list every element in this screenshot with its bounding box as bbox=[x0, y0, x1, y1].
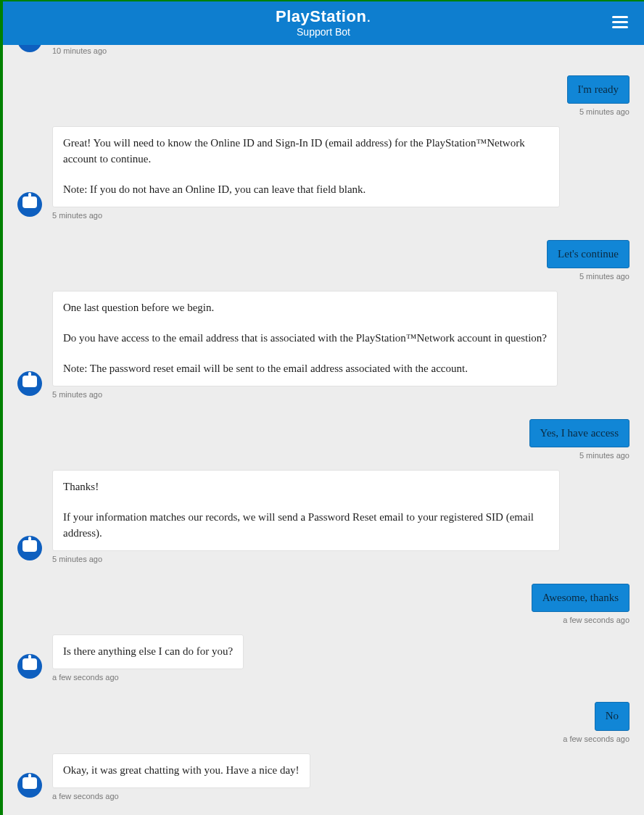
bot-message-text: Do you have access to the email address … bbox=[63, 331, 547, 347]
message-timestamp: 10 minutes ago bbox=[52, 46, 507, 55]
message-timestamp: 5 minutes ago bbox=[52, 390, 558, 399]
bot-message-text: If your information matches our records,… bbox=[63, 510, 549, 542]
bot-message-row: Hi, I'm PlayStation support bot. I can h… bbox=[17, 45, 629, 55]
user-message-row: Yes, I have access5 minutes ago bbox=[17, 419, 629, 460]
user-reply-button[interactable]: Let's continue bbox=[547, 240, 629, 269]
bot-message-row: Great! You will need to know the Online … bbox=[17, 126, 629, 219]
header-subtitle: Support Bot bbox=[276, 27, 371, 38]
chat-app: PlayStation. Support Bot Hi, I'm PlaySta… bbox=[3, 1, 644, 815]
bot-message-row: Okay, it was great chatting with you. Ha… bbox=[17, 753, 629, 800]
bot-avatar-icon bbox=[17, 654, 42, 679]
user-reply-button[interactable]: No bbox=[595, 702, 629, 731]
bot-message-text: Note: The password reset email will be s… bbox=[63, 361, 547, 377]
message-column: Noa few seconds ago bbox=[563, 702, 629, 743]
user-reply-button[interactable]: Yes, I have access bbox=[529, 419, 629, 448]
message-column: Yes, I have access5 minutes ago bbox=[529, 419, 629, 460]
bot-message-text: Okay, it was great chatting with you. Ha… bbox=[63, 763, 300, 779]
header-titles: PlayStation. Support Bot bbox=[276, 8, 371, 38]
bot-avatar-icon bbox=[17, 773, 42, 798]
brand-dot: . bbox=[366, 7, 371, 25]
bot-message-row: Thanks!If your information matches our r… bbox=[17, 470, 629, 563]
bot-message-row: One last question before we begin.Do you… bbox=[17, 291, 629, 398]
chat-feed: Hi, I'm PlayStation support bot. I can h… bbox=[3, 45, 644, 815]
bot-message-bubble: Is there anything else I can do for you? bbox=[52, 634, 244, 669]
bot-message-bubble: Great! You will need to know the Online … bbox=[52, 126, 560, 207]
brand-title: PlayStation. bbox=[276, 8, 371, 25]
user-message-row: Let's continue5 minutes ago bbox=[17, 240, 629, 281]
bot-message-bubble: One last question before we begin.Do you… bbox=[52, 291, 558, 386]
bot-message-bubble: Thanks!If your information matches our r… bbox=[52, 470, 560, 550]
message-column: Okay, it was great chatting with you. Ha… bbox=[52, 753, 310, 800]
bot-message-bubble: Okay, it was great chatting with you. Ha… bbox=[52, 753, 310, 788]
message-timestamp: 5 minutes ago bbox=[52, 555, 560, 563]
message-column: Thanks!If your information matches our r… bbox=[52, 470, 560, 563]
message-column: Great! You will need to know the Online … bbox=[52, 126, 560, 219]
message-timestamp: 5 minutes ago bbox=[579, 451, 629, 460]
chat-header: PlayStation. Support Bot bbox=[3, 1, 644, 45]
bot-avatar-icon bbox=[17, 371, 42, 396]
message-column: I'm ready5 minutes ago bbox=[567, 75, 629, 117]
user-message-row: Noa few seconds ago bbox=[17, 702, 629, 743]
message-column: Is there anything else I can do for you?… bbox=[52, 634, 244, 682]
message-timestamp: 5 minutes ago bbox=[579, 107, 629, 116]
bot-avatar-icon bbox=[17, 45, 42, 52]
message-column: Let's continue5 minutes ago bbox=[547, 240, 629, 281]
message-column: Hi, I'm PlayStation support bot. I can h… bbox=[52, 45, 507, 55]
message-timestamp: 5 minutes ago bbox=[579, 272, 629, 281]
message-column: One last question before we begin.Do you… bbox=[52, 291, 558, 398]
bot-message-text: Is there anything else I can do for you? bbox=[63, 644, 233, 660]
menu-icon[interactable] bbox=[612, 16, 628, 28]
bot-message-text: Note: If you do not have an Online ID, y… bbox=[63, 182, 549, 198]
message-timestamp: 5 minutes ago bbox=[52, 211, 560, 220]
user-message-row: I'm ready5 minutes ago bbox=[17, 75, 629, 117]
bot-message-text: Great! You will need to know the Online … bbox=[63, 136, 549, 167]
user-message-row: Awesome, thanksa few seconds ago bbox=[17, 584, 629, 625]
user-reply-button[interactable]: I'm ready bbox=[567, 75, 629, 104]
chat-scroll-area[interactable]: Hi, I'm PlayStation support bot. I can h… bbox=[3, 45, 644, 815]
message-timestamp: a few seconds ago bbox=[563, 735, 629, 743]
message-timestamp: a few seconds ago bbox=[52, 673, 244, 682]
user-reply-button[interactable]: Awesome, thanks bbox=[532, 584, 629, 613]
bot-message-row: Is there anything else I can do for you?… bbox=[17, 634, 629, 682]
message-timestamp: a few seconds ago bbox=[52, 792, 310, 800]
bot-message-text: Thanks! bbox=[63, 479, 549, 495]
bot-message-text: One last question before we begin. bbox=[63, 300, 547, 316]
message-timestamp: a few seconds ago bbox=[563, 616, 629, 624]
bot-avatar-icon bbox=[17, 536, 42, 560]
bot-avatar-icon bbox=[17, 192, 42, 217]
message-column: Awesome, thanksa few seconds ago bbox=[532, 584, 629, 625]
brand-name: PlayStation bbox=[276, 7, 366, 25]
